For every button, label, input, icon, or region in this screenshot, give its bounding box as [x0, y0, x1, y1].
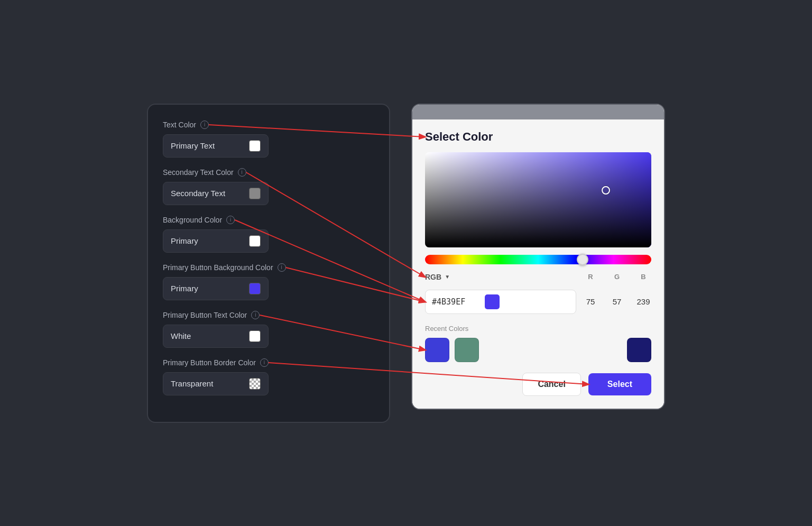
secondary-text-color-section: Secondary Text Color i Secondary Text [163, 168, 374, 205]
rgb-values: 75 57 239 [583, 297, 651, 306]
chevron-down-icon: ▼ [445, 274, 450, 280]
panel-header-bar [412, 105, 664, 119]
primary-button-text-swatch [249, 330, 261, 342]
rgb-mode-select[interactable]: RGB ▼ [425, 273, 450, 281]
r-label: R [583, 273, 598, 281]
primary-button-bg-label: Primary Button Background Color i [163, 263, 374, 272]
primary-button-bg-swatch [249, 283, 261, 294]
hue-slider-track[interactable] [425, 255, 651, 264]
background-color-section: Background Color i Primary [163, 216, 374, 253]
r-value: 75 [583, 297, 598, 306]
primary-button-text-section: Primary Button Text Color i White [163, 311, 374, 348]
hex-swatch [485, 294, 500, 309]
left-panel: Text Color i Primary Text Secondary Text… [147, 104, 390, 423]
background-swatch [249, 235, 261, 247]
rgb-mode-label: RGB [425, 273, 441, 281]
rgb-labels: R G B [583, 273, 651, 281]
primary-button-border-section: Primary Button Border Color i Transparen… [163, 358, 374, 395]
primary-text-button[interactable]: Primary Text [163, 134, 269, 158]
hue-slider-thumb[interactable] [577, 254, 588, 265]
recent-color-1[interactable] [425, 338, 449, 362]
primary-button-text-button[interactable]: White [163, 325, 269, 348]
color-picker-content: Select Color RGB ▼ R [412, 119, 664, 409]
text-color-section: Text Color i Primary Text [163, 121, 374, 158]
g-label: G [609, 273, 625, 281]
primary-button-border-swatch [249, 378, 261, 390]
color-gradient-canvas[interactable] [425, 152, 651, 247]
primary-button-text-label: Primary Button Text Color i [163, 311, 374, 319]
primary-text-swatch [249, 140, 261, 152]
select-color-title: Select Color [425, 130, 651, 144]
text-color-label: Text Color i [163, 121, 374, 129]
secondary-text-color-label: Secondary Text Color i [163, 168, 374, 177]
select-button[interactable]: Select [588, 373, 651, 395]
g-value: 57 [609, 297, 625, 306]
hex-rgb-row: 75 57 239 [425, 290, 651, 314]
recent-colors-label: Recent Colors [425, 325, 651, 333]
secondary-text-button[interactable]: Secondary Text [163, 182, 269, 205]
rgb-mode-row: RGB ▼ R G B [425, 273, 651, 281]
primary-button-text-info-icon[interactable]: i [251, 311, 260, 319]
secondary-text-swatch [249, 188, 261, 199]
primary-button-border-button[interactable]: Transparent [163, 372, 269, 395]
gradient-cursor[interactable] [602, 186, 610, 195]
primary-button-bg-section: Primary Button Background Color i Primar… [163, 263, 374, 300]
background-color-button[interactable]: Primary [163, 229, 269, 253]
action-row: Cancel Select [425, 373, 651, 396]
secondary-text-info-icon[interactable]: i [238, 168, 246, 177]
b-value: 239 [635, 297, 651, 306]
hex-input-wrapper [425, 290, 576, 314]
background-color-label: Background Color i [163, 216, 374, 224]
primary-button-bg-info-icon[interactable]: i [278, 263, 286, 272]
text-color-info-icon[interactable]: i [200, 121, 209, 129]
recent-color-3[interactable] [627, 338, 651, 362]
primary-button-bg-button[interactable]: Primary [163, 277, 269, 300]
recent-color-2[interactable] [455, 338, 479, 362]
primary-button-border-info-icon[interactable]: i [260, 358, 269, 367]
recent-colors-row [425, 338, 651, 362]
background-info-icon[interactable]: i [226, 216, 235, 224]
primary-button-border-label: Primary Button Border Color i [163, 358, 374, 367]
color-picker-panel: Select Color RGB ▼ R [411, 104, 665, 410]
gradient-inner [425, 152, 651, 247]
hex-input[interactable] [432, 297, 479, 307]
b-label: B [635, 273, 651, 281]
hue-slider-container [425, 255, 651, 264]
cancel-button[interactable]: Cancel [522, 373, 580, 396]
